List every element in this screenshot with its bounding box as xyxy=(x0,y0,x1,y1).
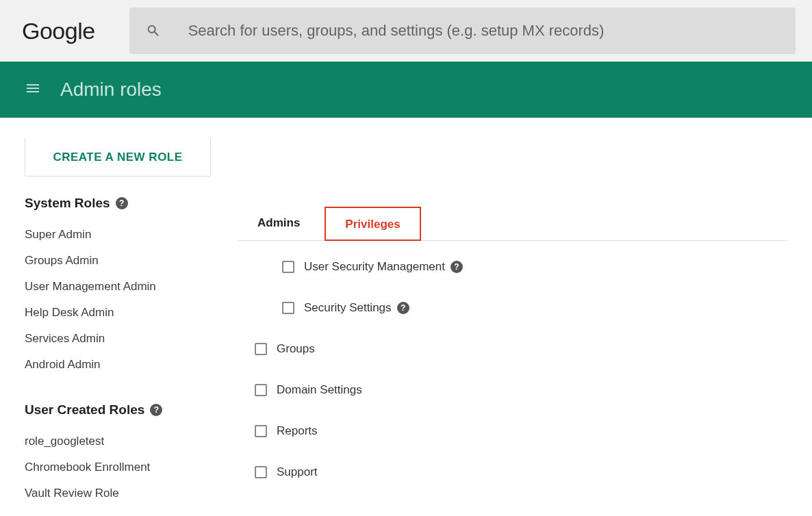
role-item[interactable]: Chromebook Enrollment xyxy=(25,454,211,480)
privilege-label: User Security Management xyxy=(304,260,445,274)
privilege-row: Domain Settings xyxy=(255,383,787,397)
help-icon[interactable]: ? xyxy=(451,261,463,273)
help-icon[interactable]: ? xyxy=(397,302,409,314)
system-roles-heading-label: System Roles xyxy=(25,196,110,211)
role-item[interactable]: Vault Review Role xyxy=(25,480,211,506)
role-item[interactable]: Android Admin xyxy=(25,352,211,378)
checkbox-reports[interactable] xyxy=(255,425,267,437)
system-roles-list: Super Admin Groups Admin User Management… xyxy=(25,222,211,378)
user-created-roles-list: role_googletest Chromebook Enrollment Va… xyxy=(25,428,211,506)
privilege-row: Reports xyxy=(255,424,787,438)
privilege-label: Groups xyxy=(277,342,315,356)
search-icon xyxy=(146,23,161,38)
user-created-roles-heading: User Created Roles ? xyxy=(25,402,211,417)
privilege-label: Reports xyxy=(277,424,318,438)
checkbox-user-security-management[interactable] xyxy=(282,261,294,273)
page-header-bar: Admin roles xyxy=(0,62,812,118)
search-input[interactable] xyxy=(188,22,779,40)
search-container[interactable] xyxy=(129,8,796,54)
privilege-row: Support xyxy=(255,465,787,479)
privilege-row: Security Settings ? xyxy=(282,301,787,315)
privilege-row: Groups xyxy=(255,342,787,356)
hamburger-icon xyxy=(25,80,41,96)
role-item[interactable]: Services Admin xyxy=(25,326,211,352)
menu-button[interactable] xyxy=(25,80,41,99)
checkbox-support[interactable] xyxy=(255,466,267,478)
sidebar: CREATE A NEW ROLE System Roles ? Super A… xyxy=(25,138,211,516)
page-title: Admin roles xyxy=(60,79,162,101)
tabs-bar: Admins Privileges xyxy=(238,207,787,241)
user-created-roles-heading-label: User Created Roles xyxy=(25,402,144,417)
help-icon[interactable]: ? xyxy=(150,404,162,416)
privilege-label: Security Settings xyxy=(304,301,392,315)
role-item[interactable]: User Management Admin xyxy=(25,274,211,300)
privilege-label: Domain Settings xyxy=(277,383,362,397)
system-roles-heading: System Roles ? xyxy=(25,196,211,211)
privilege-row: User Security Management ? xyxy=(282,260,787,274)
checkbox-domain-settings[interactable] xyxy=(255,384,267,396)
main-panel: Admins Privileges User Security Manageme… xyxy=(211,138,787,516)
google-logo: Google xyxy=(22,18,95,44)
privilege-label: Support xyxy=(277,465,318,479)
role-item[interactable]: Help Desk Admin xyxy=(25,300,211,326)
checkbox-security-settings[interactable] xyxy=(282,302,294,314)
top-bar: Google xyxy=(0,0,812,62)
content-area: CREATE A NEW ROLE System Roles ? Super A… xyxy=(0,118,812,516)
role-item[interactable]: role_googletest xyxy=(25,428,211,454)
tab-privileges[interactable]: Privileges xyxy=(325,207,420,241)
create-new-role-button[interactable]: CREATE A NEW ROLE xyxy=(25,138,211,177)
checkbox-groups[interactable] xyxy=(255,343,267,355)
privileges-list: User Security Management ? Security Sett… xyxy=(238,241,787,479)
role-item[interactable]: Super Admin xyxy=(25,222,211,248)
role-item[interactable]: Groups Admin xyxy=(25,248,211,274)
tab-admins[interactable]: Admins xyxy=(238,207,319,240)
help-icon[interactable]: ? xyxy=(116,197,128,209)
